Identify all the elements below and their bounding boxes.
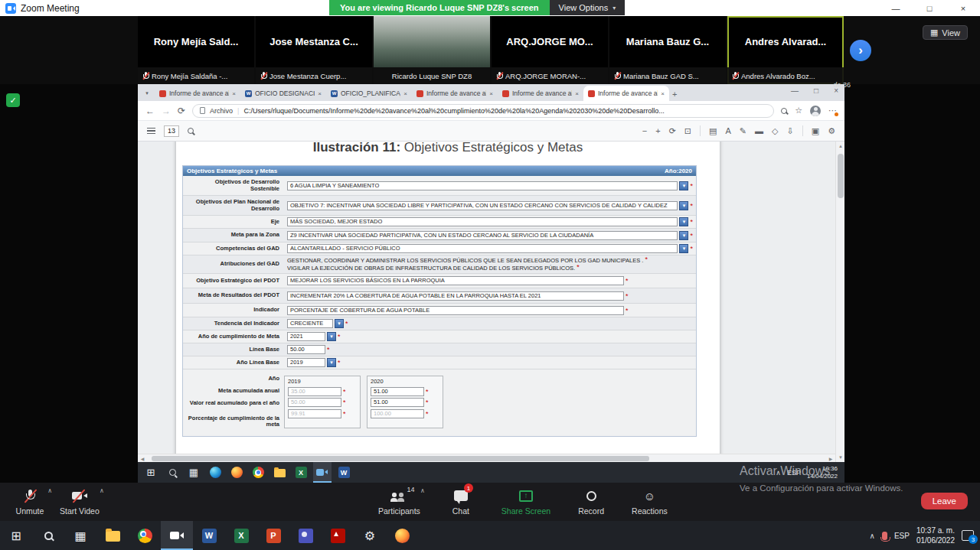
tab-actions-button[interactable]: ▾ xyxy=(141,87,153,99)
dropdown-button[interactable]: ▼ xyxy=(679,181,688,190)
zoom-app-icon[interactable] xyxy=(313,462,332,483)
teams-icon[interactable] xyxy=(289,521,322,550)
field-input[interactable]: MÁS SOCIEDAD, MEJOR ESTADO xyxy=(287,217,678,226)
dropdown-button[interactable]: ▼ xyxy=(335,319,344,328)
tab-close-button[interactable]: × xyxy=(575,90,579,97)
participant-tile[interactable]: Jose Mestanza C... Jose Mestanza Cuerp..… xyxy=(256,16,372,84)
tab-close-button[interactable]: × xyxy=(232,90,236,97)
scroll-left-button[interactable]: ◀ xyxy=(138,454,147,462)
dropdown-button[interactable]: ▼ xyxy=(327,358,336,367)
excel-icon[interactable]: X xyxy=(292,462,310,483)
dropdown-button[interactable]: ▼ xyxy=(679,231,688,240)
page-view-button[interactable]: ▤ xyxy=(709,127,717,135)
tray-clock[interactable]: 10:37 a. m. 01/06/2022 xyxy=(916,526,955,545)
video-options-caret[interactable]: ∧ xyxy=(100,487,104,494)
start-video-button[interactable]: ∧ Start Video xyxy=(54,483,106,521)
scroll-thumb[interactable] xyxy=(838,154,844,198)
language-indicator[interactable]: ESP xyxy=(894,532,910,540)
zoom-out-button[interactable]: − xyxy=(642,127,647,135)
browser-maximize-button[interactable]: □ xyxy=(814,86,818,95)
field-input[interactable]: PORCENTAJE DE COBERTURA DE AGUA POTABLE xyxy=(287,306,624,315)
language-indicator[interactable]: ESP xyxy=(787,469,801,477)
chrome-icon[interactable] xyxy=(249,462,267,483)
participants-button[interactable]: ∧ 14 Participants xyxy=(372,483,426,521)
field-input[interactable]: CRECIENTE xyxy=(287,319,333,328)
rotate-button[interactable]: ⟳ xyxy=(669,127,676,135)
notification-center-icon[interactable]: 3 xyxy=(962,530,974,541)
reload-button[interactable]: ⟳ xyxy=(178,106,185,116)
browser-tab-active[interactable]: Informe de avance al × xyxy=(583,86,669,101)
leave-button[interactable]: Leave xyxy=(921,493,968,509)
new-tab-button[interactable]: + xyxy=(672,89,684,99)
browser-tab[interactable]: W OFICIO_PLANIFICA_E × xyxy=(326,86,412,101)
save-button[interactable]: ⇩ xyxy=(787,127,794,135)
settings-gear-icon[interactable]: ⚙ xyxy=(828,127,835,135)
address-bar[interactable]: Archivo | C:/Users/rluque/Documents/Info… xyxy=(192,104,774,118)
field-input[interactable]: ALCANTARILLADO - SERVICIO PÚBLICO xyxy=(287,244,678,253)
word-icon[interactable]: W xyxy=(335,462,353,483)
tray-clock[interactable]: 10:36 14/04/2022 xyxy=(807,465,838,480)
field-input[interactable]: 2019 xyxy=(287,358,325,367)
participant-tile[interactable]: Mariana Bauz G... Mariana Bauz GAD S... xyxy=(609,16,726,84)
browser-minimize-button[interactable]: — xyxy=(791,86,799,95)
field-input[interactable]: MEJORAR LOS SERVICIOS BÁSICOS EN LA PARR… xyxy=(287,276,624,285)
scroll-down-button[interactable]: ▼ xyxy=(836,453,844,462)
tab-close-button[interactable]: × xyxy=(489,90,493,97)
browser-tab[interactable]: Informe de avance al × xyxy=(498,86,583,101)
settings-gear-icon[interactable]: ⚙ xyxy=(354,521,386,550)
participants-caret[interactable]: ∧ xyxy=(420,487,425,494)
acrobat-icon[interactable] xyxy=(322,521,354,550)
dropdown-button[interactable]: ▼ xyxy=(327,332,336,341)
field-input[interactable]: 2021 xyxy=(287,332,325,341)
scroll-right-button[interactable]: ▶ xyxy=(826,454,835,462)
valor-real-input[interactable]: 51.00 xyxy=(371,398,424,407)
scroll-thumb[interactable] xyxy=(152,456,649,461)
search-icon[interactable] xyxy=(188,128,194,134)
firefox-icon[interactable] xyxy=(227,462,246,483)
excel-icon[interactable]: X xyxy=(225,521,257,550)
minimize-button[interactable]: — xyxy=(879,0,913,16)
scroll-up-button[interactable]: ▲ xyxy=(836,142,844,151)
chrome-icon[interactable] xyxy=(129,521,161,550)
expand-button[interactable]: ▣ xyxy=(812,127,819,135)
next-participants-button[interactable]: › xyxy=(850,40,871,61)
back-button[interactable]: ← xyxy=(145,106,155,116)
dropdown-button[interactable]: ▼ xyxy=(679,201,688,210)
draw-button[interactable]: ✎ xyxy=(740,127,746,135)
share-screen-button[interactable]: ↑ Share Screen xyxy=(495,483,557,521)
word-icon[interactable]: W xyxy=(193,521,225,550)
vertical-scrollbar[interactable]: ▲ ▼ xyxy=(835,142,844,462)
browser-tab[interactable]: Informe de avance al × xyxy=(155,86,240,101)
zoom-search-icon[interactable] xyxy=(781,108,787,114)
valor-real-input[interactable]: 50.00 xyxy=(288,398,341,407)
reactions-button[interactable]: ☺ Reactions xyxy=(626,483,674,521)
highlight-button[interactable]: ▬ xyxy=(755,127,763,135)
browser-tab[interactable]: W OFICIO DESIGNACIÓN × xyxy=(240,86,326,101)
participant-tile-active-speaker[interactable]: Andres Alvarad... Andres Alvarado Boz... xyxy=(727,16,844,84)
horizontal-scrollbar[interactable]: ◀ ▶ xyxy=(138,454,835,462)
tab-close-button[interactable]: × xyxy=(318,90,322,97)
field-input[interactable]: 50.00 xyxy=(287,345,325,354)
field-input[interactable]: 6 AGUA LIMPIA Y SANEAMIENTO xyxy=(287,181,678,190)
tab-close-button[interactable]: × xyxy=(661,90,665,97)
chat-button[interactable]: 1 Chat xyxy=(437,483,485,521)
file-explorer-icon[interactable] xyxy=(270,462,289,483)
firefox-icon[interactable] xyxy=(386,521,418,550)
meta-acumulada-input[interactable]: 35.00 xyxy=(288,387,341,396)
tray-chevron-icon[interactable]: ∧ xyxy=(870,532,875,540)
favorites-star-icon[interactable]: ☆ xyxy=(795,106,802,116)
field-input[interactable]: Z9 INCENTIVAR UNA SOCIEDAD PARTICIPATIVA… xyxy=(287,231,678,240)
porcentaje-input[interactable]: 100.00 xyxy=(371,409,424,418)
zoom-in-button[interactable]: + xyxy=(655,127,660,135)
browser-tab[interactable]: Informe de avance al × xyxy=(412,86,498,101)
unmute-button[interactable]: ∧ Unmute xyxy=(6,483,54,521)
participant-tile-presenter[interactable]: Ricardo Luque SNP DZ8 xyxy=(374,16,490,84)
field-input[interactable]: OBJETIVO 7: INCENTIVAR UNA SOCIEDAD LIBR… xyxy=(287,201,678,210)
forward-button[interactable]: → xyxy=(162,106,171,116)
porcentaje-input[interactable]: 99.91 xyxy=(288,409,341,418)
close-button[interactable]: × xyxy=(946,0,980,16)
mic-options-caret[interactable]: ∧ xyxy=(47,487,52,494)
dropdown-button[interactable]: ▼ xyxy=(679,244,688,253)
search-button[interactable] xyxy=(163,462,181,483)
more-menu-button[interactable]: ⋯ xyxy=(828,106,837,116)
